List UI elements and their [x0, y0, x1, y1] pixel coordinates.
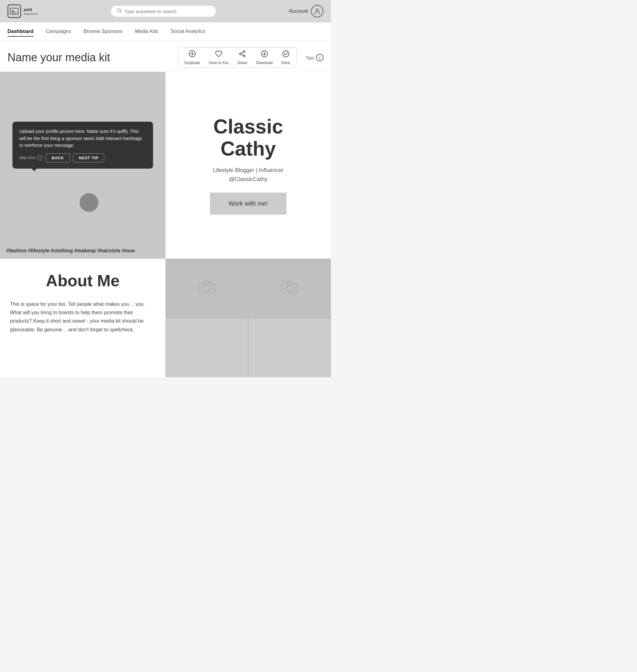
- photo-cell-2[interactable]: [248, 259, 331, 318]
- about-panel: About Me This is space for your bio. Tel…: [0, 259, 165, 377]
- nav-item-dashboard[interactable]: Dashboard: [7, 27, 34, 37]
- account-button[interactable]: Account: [289, 5, 324, 17]
- save-icon: [215, 50, 222, 59]
- done-button[interactable]: Done: [281, 50, 291, 65]
- svg-point-8: [243, 51, 245, 53]
- download-icon: [261, 50, 268, 59]
- back-button[interactable]: BACK: [46, 153, 70, 162]
- about-title: About Me: [10, 271, 156, 290]
- skip-intro-button[interactable]: skip intro ✕: [19, 155, 42, 161]
- tooltip-bubble: Upload your profile picture here. Make s…: [13, 122, 153, 169]
- toolbar: Duplicate Save to Kits: [178, 47, 297, 68]
- save-to-kits-label: Save to Kits: [209, 61, 229, 65]
- profile-role[interactable]: Lifestyle Blogger | Influencer: [213, 167, 284, 174]
- page-header: Name your media kit Duplicate: [0, 41, 331, 72]
- hashtags[interactable]: #fashion #lifestyle #clothing #makeup #h…: [0, 243, 165, 258]
- logo-icon: [7, 4, 21, 18]
- share-label: Share: [237, 61, 247, 65]
- camera-icon-2: [281, 280, 298, 297]
- search-bar[interactable]: [110, 5, 216, 17]
- profile-name[interactable]: ClassicCathy: [213, 116, 283, 160]
- duplicate-button[interactable]: Duplicate: [184, 50, 200, 65]
- photo-cell-3[interactable]: [165, 318, 248, 377]
- navigation: Dashboard Campaigns Browse Sponsors Medi…: [0, 22, 331, 41]
- nav-item-media-kits[interactable]: Media Kits: [135, 27, 158, 37]
- svg-line-12: [241, 52, 243, 54]
- duplicate-label: Duplicate: [184, 61, 200, 65]
- svg-point-4: [316, 9, 318, 12]
- share-button[interactable]: Share: [237, 50, 247, 65]
- work-with-me-button[interactable]: Work with me!: [210, 193, 287, 215]
- tips-info-icon: i: [316, 54, 324, 61]
- svg-point-9: [239, 53, 241, 55]
- photo-cell-4[interactable]: [248, 318, 331, 377]
- svg-rect-0: [10, 8, 18, 14]
- download-label: Download: [256, 61, 272, 65]
- bottom-section: About Me This is space for your bio. Tel…: [0, 258, 331, 377]
- account-icon: [311, 5, 324, 17]
- done-label: Done: [281, 61, 291, 65]
- page-title: Name your media kit: [7, 51, 110, 64]
- photo-grid: [165, 259, 331, 377]
- share-icon: [239, 50, 246, 59]
- search-icon: [117, 8, 122, 14]
- account-label: Account: [289, 8, 308, 14]
- tips-button[interactable]: Tips i: [306, 54, 324, 61]
- skip-intro-label: skip intro: [19, 155, 35, 161]
- nav-item-social-analytics[interactable]: Social Analytics: [171, 27, 205, 37]
- profile-info-panel: ClassicCathy Lifestyle Blogger | Influen…: [165, 72, 331, 258]
- tooltip-actions: skip intro ✕ BACK NEXT TIP: [19, 153, 146, 162]
- page-header-right: Duplicate Save to Kits: [178, 47, 324, 68]
- nav-item-campaigns[interactable]: Campaigns: [46, 27, 71, 37]
- logo-area: paid exposure: [7, 4, 38, 18]
- done-icon: [282, 50, 290, 59]
- header: paid exposure Account: [0, 0, 331, 22]
- save-to-kits-button[interactable]: Save to Kits: [209, 50, 229, 65]
- photo-cell-1[interactable]: [165, 259, 248, 318]
- nav-item-browse-sponsors[interactable]: Browse Sponsors: [84, 27, 123, 37]
- duplicate-icon: [188, 50, 196, 59]
- logo-text: paid exposure: [24, 7, 38, 16]
- profile-image-panel: Upload your profile picture here. Make s…: [0, 72, 165, 258]
- about-text[interactable]: This is space for your bio. Tell people …: [10, 300, 156, 334]
- profile-circle: [79, 193, 98, 212]
- svg-point-10: [243, 55, 245, 57]
- next-tip-button[interactable]: NEXT TIP: [73, 153, 105, 162]
- download-button[interactable]: Download: [256, 50, 272, 65]
- svg-line-11: [241, 54, 243, 56]
- main-content: Upload your profile picture here. Make s…: [0, 72, 331, 258]
- camera-icon-1: [199, 280, 215, 297]
- svg-point-1: [12, 10, 14, 12]
- tips-label: Tips: [306, 55, 314, 60]
- profile-handle[interactable]: @ClassicCathy: [229, 176, 267, 183]
- svg-point-19: [287, 285, 293, 291]
- svg-line-3: [120, 12, 122, 13]
- svg-point-17: [204, 285, 210, 291]
- search-input[interactable]: [124, 9, 210, 14]
- tooltip-text: Upload your profile picture here. Make s…: [19, 128, 146, 149]
- skip-x-icon: ✕: [37, 155, 42, 161]
- profile-image-placeholder[interactable]: [0, 187, 165, 224]
